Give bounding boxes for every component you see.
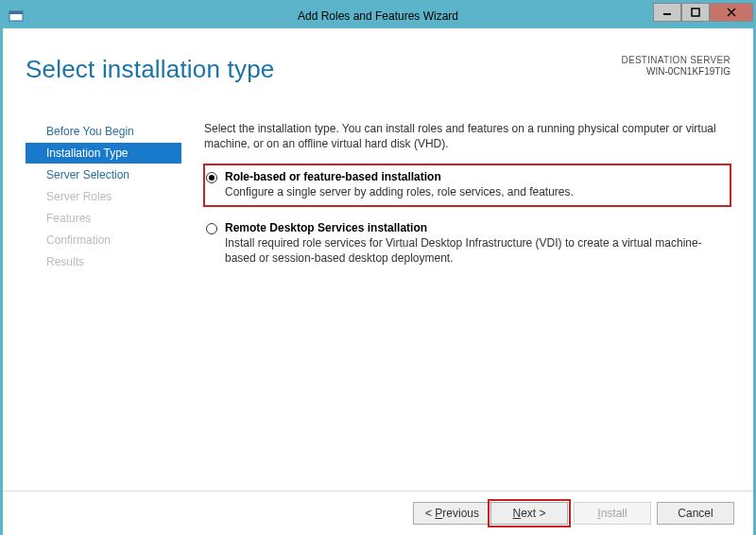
option-role-based-text: Role-based or feature-based installation… <box>225 170 574 199</box>
window-controls <box>653 3 753 22</box>
wizard-window: Add Roles and Features Wizard Select ins… <box>0 0 756 535</box>
nav-before-you-begin[interactable]: Before You Begin <box>26 121 181 142</box>
destination-name: WIN-0CN1KF19TIG <box>621 66 730 77</box>
maximize-button[interactable] <box>681 3 710 22</box>
svg-rect-3 <box>692 9 699 16</box>
option-role-based-title: Role-based or feature-based installation <box>225 170 574 183</box>
titlebar[interactable]: Add Roles and Features Wizard <box>3 3 753 28</box>
intro-text: Select the installation type. You can in… <box>204 121 730 151</box>
nav-server-roles: Server Roles <box>26 186 181 207</box>
option-role-based[interactable]: Role-based or feature-based installation… <box>204 164 730 205</box>
window-title: Add Roles and Features Wizard <box>298 9 458 23</box>
previous-button[interactable]: < Previous <box>413 502 490 525</box>
option-remote-desktop[interactable]: Remote Desktop Services installation Ins… <box>204 216 730 271</box>
nav-features: Features <box>26 208 181 229</box>
install-button: Install <box>574 502 651 525</box>
content-pane: Select the installation type. You can in… <box>181 113 753 281</box>
cancel-button[interactable]: Cancel <box>657 502 734 525</box>
nav-confirmation: Confirmation <box>26 230 181 250</box>
nav-results: Results <box>26 251 181 272</box>
close-button[interactable] <box>710 3 753 22</box>
option-remote-desktop-title: Remote Desktop Services installation <box>225 221 727 234</box>
client-area: Select installation type DESTINATION SER… <box>3 28 753 535</box>
radio-remote-desktop[interactable] <box>206 223 217 234</box>
minimize-button[interactable] <box>653 3 681 22</box>
nav-button-group: < Previous Next > <box>413 502 568 525</box>
option-remote-desktop-text: Remote Desktop Services installation Ins… <box>225 221 727 266</box>
header-region: Select installation type DESTINATION SER… <box>3 28 753 113</box>
destination-server: DESTINATION SERVER WIN-0CN1KF19TIG <box>621 55 730 77</box>
radio-role-based[interactable] <box>206 172 217 183</box>
nav-server-selection[interactable]: Server Selection <box>26 164 181 185</box>
option-remote-desktop-desc: Install required role services for Virtu… <box>225 235 727 266</box>
next-button[interactable]: Next > <box>490 502 568 525</box>
nav-installation-type[interactable]: Installation Type <box>26 143 181 164</box>
svg-rect-1 <box>9 11 23 14</box>
option-role-based-desc: Configure a single server by adding role… <box>225 184 574 199</box>
body-region: Before You Begin Installation Type Serve… <box>3 113 753 281</box>
destination-label: DESTINATION SERVER <box>621 55 730 65</box>
footer: < Previous Next > Install Cancel <box>3 491 753 535</box>
wizard-nav: Before You Begin Installation Type Serve… <box>26 113 181 281</box>
wizard-icon <box>9 9 24 24</box>
